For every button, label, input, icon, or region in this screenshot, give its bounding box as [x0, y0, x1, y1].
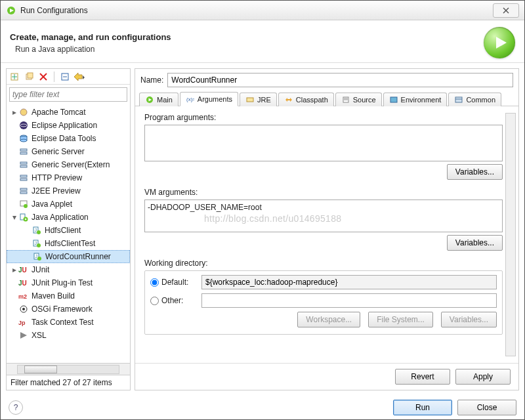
svg-marker-50 — [20, 332, 27, 339]
tab-label: Source — [353, 96, 376, 104]
other-dir-input[interactable] — [201, 293, 497, 308]
collapse-all-icon[interactable] — [60, 72, 70, 82]
tree-item-junit-plug-in-test[interactable]: JUJUnit Plug-in Test — [7, 276, 130, 289]
server-icon — [18, 159, 29, 170]
tree-item-generic-server-extern[interactable]: Generic Server(Extern — [7, 158, 130, 171]
expand-arrow-icon[interactable]: ▾ — [10, 213, 18, 222]
tree-item-hdfsclienttest[interactable]: JHdfsClientTest — [7, 237, 130, 250]
filter-input[interactable] — [10, 88, 127, 101]
right-panel: Name: Main(x)=ArgumentsJREClasspathSourc… — [135, 68, 519, 390]
tab-jre[interactable]: JRE — [240, 93, 277, 106]
filesystem-button[interactable]: File System... — [368, 312, 433, 327]
name-input[interactable] — [167, 73, 513, 87]
tree-item-eclipse-application[interactable]: Eclipse Application — [7, 119, 130, 132]
wd-variables-button[interactable]: Variables... — [441, 312, 497, 327]
tree-item-maven-build[interactable]: m2Maven Build — [7, 289, 130, 303]
svg-text:m2: m2 — [18, 293, 27, 300]
tab-common[interactable]: Common — [448, 93, 501, 106]
duplicate-icon[interactable] — [24, 72, 34, 82]
javarun-icon: J — [32, 251, 43, 262]
tree-item-label: Generic Server — [32, 147, 85, 156]
tree-item-apache-tomcat[interactable]: ▸Apache Tomcat — [7, 106, 130, 119]
default-radio[interactable]: Default: — [150, 278, 196, 287]
new-config-icon[interactable] — [9, 72, 20, 82]
tomcat-icon — [18, 107, 29, 117]
tree-item-label: HTTP Preview — [32, 173, 82, 182]
tab-main[interactable]: Main — [139, 93, 178, 106]
svg-point-37 — [37, 230, 41, 234]
run-green-icon — [145, 95, 154, 104]
svg-marker-56 — [288, 98, 292, 102]
close-window-button[interactable] — [493, 3, 519, 18]
tree-item-task-context-test[interactable]: JpTask Context Test — [7, 316, 130, 329]
svg-marker-4 — [496, 37, 507, 49]
header-subtitle: Run a Java application — [15, 45, 484, 54]
expand-arrow-icon[interactable]: ▸ — [10, 265, 18, 274]
svg-rect-61 — [455, 97, 462, 102]
tree-item-eclipse-data-tools[interactable]: Eclipse Data Tools — [7, 132, 130, 145]
svg-point-16 — [20, 109, 27, 116]
common-icon — [454, 95, 463, 104]
svg-text:(x)=: (x)= — [186, 96, 194, 102]
tab-arguments[interactable]: (x)=Arguments — [180, 92, 238, 106]
other-radio[interactable]: Other: — [150, 296, 196, 305]
svg-rect-25 — [20, 165, 27, 167]
tree-item-java-applet[interactable]: Java Applet — [7, 198, 130, 211]
xsl-icon — [18, 330, 29, 341]
junit-icon: JU — [18, 264, 29, 275]
tree-item-label: HdfsClientTest — [45, 239, 95, 248]
titlebar: Run Configurations — [1, 1, 524, 20]
tree-item-generic-server[interactable]: Generic Server — [7, 145, 130, 158]
tree-item-java-application[interactable]: ▾Java Application — [7, 211, 130, 224]
tree-item-label: Eclipse Application — [32, 121, 97, 130]
svg-point-31 — [24, 204, 28, 208]
delete-icon[interactable] — [38, 72, 49, 82]
arguments-panel: Program arguments: Variables... VM argum… — [135, 106, 518, 363]
v-scrollbar[interactable] — [505, 113, 516, 356]
default-dir-input — [201, 275, 497, 289]
vm-args-label: VM arguments: — [144, 188, 503, 197]
tree-item-osgi-framework[interactable]: OSGi Framework — [7, 303, 130, 316]
tree-item-http-preview[interactable]: HTTP Preview — [7, 171, 130, 184]
svg-point-40 — [37, 243, 41, 247]
datatools-icon — [18, 133, 29, 144]
tree-item-label: OSGi Framework — [32, 304, 93, 314]
expand-arrow-icon[interactable]: ▸ — [10, 108, 18, 117]
revert-button[interactable]: Revert — [395, 369, 450, 385]
left-panel: ▸Apache TomcatEclipse ApplicationEclipse… — [6, 68, 131, 390]
env-icon — [389, 95, 398, 104]
program-args-input[interactable] — [144, 125, 503, 161]
tree-item-xsl[interactable]: XSL — [7, 329, 130, 342]
svg-rect-54 — [247, 98, 253, 102]
workspace-button[interactable]: Workspace... — [297, 312, 360, 327]
tree-item-label: WordCountRunner — [45, 252, 111, 261]
tab-source[interactable]: Source — [335, 93, 382, 106]
tab-bar: Main(x)=ArgumentsJREClasspathSourceEnvir… — [135, 91, 518, 106]
tree-item-junit[interactable]: ▸JUJUnit — [7, 263, 130, 276]
h-scrollbar[interactable] — [7, 363, 130, 375]
vm-variables-button[interactable]: Variables... — [447, 235, 503, 251]
close-button[interactable]: Close — [457, 400, 516, 415]
junit-icon: JU — [18, 278, 29, 288]
run-button[interactable]: Run — [393, 400, 452, 415]
tree-item-j2ee-preview[interactable]: J2EE Preview — [7, 184, 130, 198]
program-variables-button[interactable]: Variables... — [447, 164, 503, 180]
working-dir-label: Working directory: — [144, 259, 503, 268]
svg-rect-60 — [390, 97, 397, 102]
filter-box[interactable] — [9, 87, 127, 102]
filter-status: Filter matched 27 of 27 items — [7, 375, 130, 390]
apply-button[interactable]: Apply — [455, 369, 511, 385]
svg-rect-24 — [20, 162, 27, 164]
tab-label: Common — [466, 96, 495, 104]
tab-environment[interactable]: Environment — [383, 93, 448, 106]
help-button[interactable]: ? — [9, 400, 23, 415]
vm-args-input[interactable]: -DHADOOP_USER_NAME=root http://blog.csdn… — [144, 200, 503, 232]
config-tree[interactable]: ▸Apache TomcatEclipse ApplicationEclipse… — [7, 104, 130, 363]
tree-item-wordcountrunner[interactable]: JWordCountRunner — [7, 250, 130, 263]
filter-menu-icon[interactable] — [74, 72, 85, 82]
svg-rect-22 — [20, 149, 27, 151]
tree-item-hdfsclient[interactable]: JHdfsClient — [7, 224, 130, 237]
javaapp-icon — [18, 212, 29, 222]
svg-text:JU: JU — [18, 266, 27, 274]
tab-classpath[interactable]: Classpath — [278, 93, 334, 106]
